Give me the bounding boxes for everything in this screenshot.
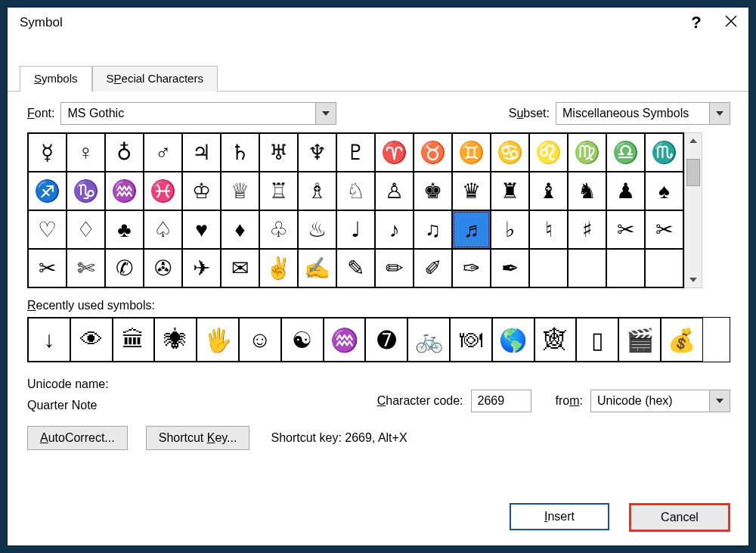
symbol-cell[interactable]: ♪: [375, 210, 414, 249]
symbol-cell[interactable]: ♕: [221, 172, 259, 210]
symbol-cell[interactable]: ✏: [375, 249, 414, 287]
symbol-cell[interactable]: ♬: [452, 210, 491, 249]
scroll-track[interactable]: [685, 148, 702, 272]
symbol-cell[interactable]: ♚: [414, 172, 452, 210]
symbol-cell[interactable]: ♞: [568, 172, 606, 210]
symbol-cell[interactable]: ✄: [67, 249, 105, 287]
cancel-button[interactable]: Cancel: [629, 503, 730, 532]
symbol-cell[interactable]: ♦: [221, 210, 259, 249]
recent-cell[interactable]: 👁: [70, 318, 113, 362]
symbol-cell[interactable]: ♋: [491, 133, 529, 172]
from-combo[interactable]: [590, 390, 730, 412]
font-chevron-icon[interactable]: [315, 103, 336, 124]
recent-cell[interactable]: 🎬: [618, 318, 661, 362]
recent-cell[interactable]: 🚲: [407, 318, 450, 362]
symbol-cell[interactable]: ♌: [529, 133, 568, 172]
char-code-input[interactable]: [471, 390, 531, 412]
symbol-cell[interactable]: ♮: [529, 210, 568, 249]
symbol-cell[interactable]: [606, 249, 645, 287]
symbol-cell[interactable]: ✆: [105, 249, 144, 287]
subset-combo[interactable]: [556, 102, 730, 125]
recent-cell[interactable]: 💰: [661, 318, 703, 362]
symbol-cell[interactable]: [645, 249, 683, 287]
symbol-cell[interactable]: ♊: [452, 133, 491, 172]
symbol-cell[interactable]: ♀: [67, 133, 105, 172]
symbol-cell[interactable]: ♤: [144, 210, 182, 249]
symbol-cell[interactable]: ♨: [298, 210, 336, 249]
autocorrect-button[interactable]: AutoCorrect...: [27, 426, 128, 450]
symbol-cell[interactable]: ♘: [336, 172, 375, 210]
symbol-cell[interactable]: ♂: [144, 133, 182, 172]
symbol-cell[interactable]: ♭: [491, 210, 529, 249]
recent-cell[interactable]: 🏛: [113, 318, 155, 362]
symbol-cell[interactable]: ♖: [259, 172, 298, 210]
symbol-cell[interactable]: ♫: [414, 210, 452, 249]
symbol-cell[interactable]: ♎: [606, 133, 645, 172]
symbol-cell[interactable]: ♆: [298, 133, 336, 172]
symbol-cell[interactable]: ☿: [28, 133, 67, 172]
symbol-cell[interactable]: ✂: [645, 210, 683, 249]
recent-cell[interactable]: ☯: [281, 318, 324, 362]
symbol-cell[interactable]: ♈: [375, 133, 414, 172]
recent-cell[interactable]: 🌎: [492, 318, 534, 362]
symbol-cell[interactable]: ♒: [105, 172, 144, 210]
tab-symbols[interactable]: Symbols: [20, 66, 92, 92]
symbol-cell[interactable]: ♗: [298, 172, 336, 210]
font-combo[interactable]: [60, 102, 336, 125]
symbol-cell[interactable]: ♉: [414, 133, 452, 172]
symbol-cell[interactable]: ✍: [298, 249, 336, 287]
subset-input[interactable]: [556, 103, 709, 124]
symbol-cell[interactable]: ♇: [336, 133, 375, 172]
scroll-down-icon[interactable]: [685, 272, 702, 287]
symbol-cell[interactable]: ♩: [336, 210, 375, 249]
from-chevron-icon[interactable]: [709, 390, 730, 412]
symbol-cell[interactable]: ✈: [182, 249, 221, 287]
symbol-cell[interactable]: ♓: [144, 172, 182, 210]
recent-cell[interactable]: ▯: [576, 318, 618, 362]
symbol-cell[interactable]: ✒: [491, 249, 529, 287]
symbol-cell[interactable]: ♐: [28, 172, 67, 210]
symbol-cell[interactable]: ✂: [606, 210, 645, 249]
symbol-cell[interactable]: ♄: [221, 133, 259, 172]
shortcut-key-button[interactable]: Shortcut Key...: [146, 426, 250, 450]
recent-cell[interactable]: 🍽: [450, 318, 492, 362]
symbol-cell[interactable]: ✇: [144, 249, 182, 287]
from-input[interactable]: [591, 390, 709, 412]
subset-chevron-icon[interactable]: [709, 103, 730, 124]
recent-cell[interactable]: ♒: [324, 318, 366, 362]
symbol-cell[interactable]: ✎: [336, 249, 375, 287]
symbol-cell[interactable]: ♅: [259, 133, 298, 172]
symbol-cell[interactable]: ♜: [491, 172, 529, 210]
symbol-cell[interactable]: ✂: [28, 249, 67, 287]
symbol-cell[interactable]: ✉: [221, 249, 259, 287]
recent-cell[interactable]: 🕷: [154, 318, 197, 362]
symbol-cell[interactable]: ♝: [529, 172, 568, 210]
recent-cell[interactable]: 🕸: [534, 318, 577, 362]
symbol-cell[interactable]: ♯: [568, 210, 606, 249]
font-input[interactable]: [61, 103, 315, 124]
symbol-cell[interactable]: ♛: [452, 172, 491, 210]
symbol-cell[interactable]: [568, 249, 606, 287]
symbol-cell[interactable]: ♃: [182, 133, 221, 172]
symbol-cell[interactable]: ♣: [105, 210, 144, 249]
symbol-cell[interactable]: ♔: [182, 172, 221, 210]
symbol-cell[interactable]: ♁: [105, 133, 144, 172]
symbol-cell[interactable]: ♙: [375, 172, 414, 210]
recent-cell[interactable]: ☺: [239, 318, 281, 362]
symbol-cell[interactable]: ♑: [67, 172, 105, 210]
symbol-cell[interactable]: ♧: [259, 210, 298, 249]
symbol-cell[interactable]: ♢: [67, 210, 105, 249]
help-button[interactable]: ?: [679, 13, 714, 33]
insert-button[interactable]: Insert: [510, 503, 609, 530]
symbol-cell[interactable]: ♍: [568, 133, 606, 172]
scroll-up-icon[interactable]: [685, 133, 702, 148]
close-button[interactable]: [714, 15, 748, 31]
grid-scrollbar[interactable]: [684, 132, 702, 288]
symbol-cell[interactable]: [529, 249, 568, 287]
symbol-cell[interactable]: ♠: [645, 172, 683, 210]
symbol-cell[interactable]: ♟: [606, 172, 645, 210]
symbol-cell[interactable]: ✌: [259, 249, 298, 287]
recent-cell[interactable]: 🖐: [197, 318, 239, 362]
symbol-cell[interactable]: ♥: [182, 210, 221, 249]
symbol-cell[interactable]: ♏: [645, 133, 683, 172]
